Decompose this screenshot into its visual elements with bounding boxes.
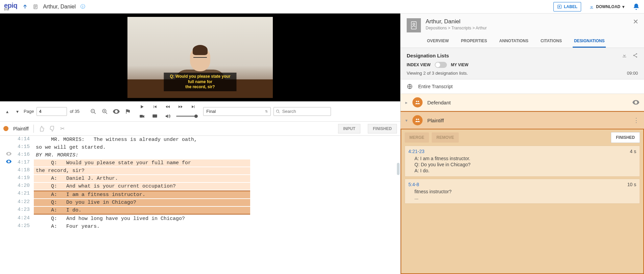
transcript-line[interactable]: 4:23 A: I do. <box>0 206 400 215</box>
expand-icon[interactable]: ▸ <box>405 100 408 105</box>
flag-icon[interactable] <box>123 107 132 116</box>
tab-annotations[interactable]: ANNOTATIONS <box>498 36 530 48</box>
transcript-line[interactable]: 4:25 A: Four years. <box>0 223 400 230</box>
svg-point-15 <box>416 119 417 120</box>
designation-clip[interactable]: 4:21-234 sA: I am a fitness instructor.Q… <box>405 146 640 177</box>
my-view-label: MY VIEW <box>451 63 469 67</box>
globe-icon <box>407 83 413 90</box>
camera-icon[interactable] <box>138 112 146 121</box>
tab-citations[interactable]: CITATIONS <box>539 36 563 48</box>
merge-button[interactable]: MERGE <box>405 132 429 143</box>
volume-slider[interactable] <box>176 116 196 117</box>
transcript-line[interactable]: 4:18the record, sir? <box>0 167 400 175</box>
scissors-icon[interactable]: ✂ <box>60 125 65 132</box>
clip-reference[interactable]: 5:4-8 <box>408 182 419 187</box>
defendant-list-item[interactable]: ▸ Defendant <box>401 94 644 111</box>
clip-line: Q: Do you live in Chicago? <box>408 161 636 168</box>
upload-icon[interactable] <box>22 4 28 10</box>
transcript-line[interactable]: 4:17 Q: Would you please state your full… <box>0 159 400 167</box>
view-toggle[interactable] <box>435 62 447 68</box>
line-number: 4:24 <box>14 215 34 221</box>
top-bar: epiqtmx Arthur, Daniel ⓘ LABEL DOWNLOAD … <box>0 0 644 14</box>
search-box[interactable] <box>273 107 331 116</box>
thumbs-up-icon[interactable] <box>39 126 45 132</box>
tab-designations[interactable]: DESIGNATIONS <box>573 36 606 48</box>
clip-line: A: I do. <box>408 168 636 174</box>
tab-overview[interactable]: OVERVIEW <box>426 36 450 48</box>
svg-point-14 <box>418 101 419 102</box>
tab-properties[interactable]: PROPERTIES <box>459 36 488 48</box>
play-icon[interactable] <box>138 102 146 111</box>
svg-point-6 <box>277 110 279 112</box>
clip-reference[interactable]: 4:21-23 <box>408 149 424 154</box>
transcript-line[interactable]: 4:20 Q: And what is your current occupat… <box>0 182 400 190</box>
finished-button[interactable]: FINISHED <box>611 132 640 143</box>
page-total: of 35 <box>70 109 79 114</box>
party-color-dot <box>3 126 8 131</box>
notifications-icon[interactable] <box>633 3 640 10</box>
view-mode-select[interactable]: Final ⇅ <box>203 107 271 116</box>
svg-rect-4 <box>140 115 143 118</box>
entire-transcript-row[interactable]: Entire Transcript <box>401 79 644 94</box>
zoom-in-icon[interactable] <box>100 107 109 116</box>
line-text: Q: And what is your current occupation? <box>34 183 250 190</box>
remove-button[interactable]: REMOVE <box>432 132 459 143</box>
close-icon[interactable]: ✕ <box>633 18 639 26</box>
line-number: 4:18 <box>14 167 34 173</box>
scrollbar-thumb[interactable] <box>397 163 400 175</box>
page-label: Page <box>24 109 34 114</box>
document-icon[interactable] <box>33 4 38 10</box>
line-number: 4:15 <box>14 144 34 150</box>
zoom-out-icon[interactable] <box>89 107 98 116</box>
document-title: Arthur, Daniel <box>43 4 76 10</box>
line-number: 4:21 <box>14 191 34 196</box>
label-button[interactable]: LABEL <box>553 2 581 11</box>
panel-title: Arthur, Daniel <box>426 18 606 25</box>
plaintiff-list-item[interactable]: ▾ Plaintiff ⋮ <box>401 111 644 129</box>
collapse-icon[interactable]: ▾ <box>405 118 408 123</box>
document-avatar-icon <box>407 18 421 32</box>
eye-icon[interactable] <box>6 152 11 156</box>
transcript-line[interactable]: 4:22 Q: Do you live in Chicago? <box>0 199 400 206</box>
transcript-line[interactable]: 4:15so we will get started. <box>0 144 400 151</box>
finished-button[interactable]: FINISHED <box>368 124 397 133</box>
forward-icon[interactable] <box>176 102 185 111</box>
page-input[interactable] <box>37 107 67 116</box>
index-view-label: INDEX VIEW <box>407 63 431 67</box>
plaintiff-body: MERGE REMOVE FINISHED 4:21-234 sA: I am … <box>401 129 644 274</box>
info-icon[interactable]: ⓘ <box>80 4 85 10</box>
share-icon[interactable] <box>633 53 638 58</box>
download-list-icon[interactable] <box>622 53 627 58</box>
line-number: 4:22 <box>14 199 34 205</box>
video-player[interactable]: Q: Would you please state your full name… <box>0 14 400 101</box>
skip-end-icon[interactable] <box>189 102 198 111</box>
input-button[interactable]: INPUT <box>338 124 360 133</box>
transcript-line[interactable]: 4:16BY MR. MORRIS: <box>0 151 400 159</box>
page-down-icon[interactable]: ▾ <box>14 109 21 114</box>
svg-rect-7 <box>411 22 416 29</box>
transcript-pane[interactable]: 4:14 MR. MORRIS: The witness is already … <box>0 136 400 274</box>
clip-duration: 4 s <box>630 149 636 154</box>
transcript-line[interactable]: 4:19 A: Daniel J. Arthur. <box>0 175 400 182</box>
total-duration: 09:00 <box>627 71 638 76</box>
page-up-icon[interactable]: ▴ <box>3 109 11 114</box>
designation-clip[interactable]: 5:4-810 sfitness instructor?... <box>405 179 640 204</box>
visibility-icon[interactable] <box>633 100 639 105</box>
eye-icon[interactable] <box>6 159 11 164</box>
volume-icon[interactable] <box>163 112 172 121</box>
thumbs-down-icon[interactable] <box>49 126 55 132</box>
rewind-icon[interactable] <box>163 102 172 111</box>
visibility-icon[interactable] <box>112 107 121 116</box>
viewing-count: Viewing 2 of 3 designation lists. <box>407 71 468 76</box>
transcript-line[interactable]: 4:24 Q: And how long have you lived in C… <box>0 215 400 223</box>
skip-start-icon[interactable] <box>150 102 159 111</box>
svg-point-16 <box>418 119 419 120</box>
transcript-line[interactable]: 4:21 A: I am a fitness instructor. <box>0 190 400 199</box>
download-button[interactable]: DOWNLOAD ▾ <box>586 2 628 11</box>
transcript-toolbar: ▴ ▾ Page of 35 <box>0 101 400 122</box>
captions-icon[interactable] <box>150 112 159 121</box>
more-icon[interactable]: ⋮ <box>633 117 639 124</box>
transcript-line[interactable]: 4:14 MR. MORRIS: The witness is already … <box>0 136 400 144</box>
search-input[interactable] <box>282 109 329 114</box>
line-text: the record, sir? <box>34 167 250 174</box>
